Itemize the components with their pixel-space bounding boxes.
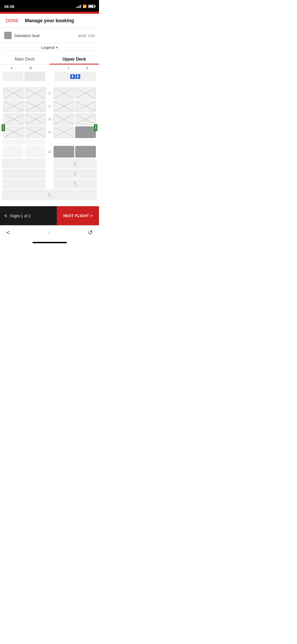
legend-label: Legend <box>41 45 54 50</box>
red-accent-bar <box>0 12 99 14</box>
seat-12A[interactable] <box>3 100 24 112</box>
row-num-11: 11 <box>47 92 53 95</box>
seat-12K[interactable] <box>75 100 96 112</box>
col-header-j: J <box>64 66 72 70</box>
status-time: 08:08 <box>4 4 14 9</box>
browser-refresh-button[interactable]: ↺ <box>88 229 93 236</box>
header: DONE Manage your booking <box>0 14 99 28</box>
flight-info: Flight 1 of 2 <box>10 214 31 218</box>
seat-16K[interactable] <box>75 146 96 158</box>
status-icons: 📶 <box>76 4 95 8</box>
col-header-a: A <box>8 66 16 70</box>
row-num-15: 15 <box>47 131 53 134</box>
signal-icon <box>76 5 81 8</box>
seat-map: A B J K 🚹🚺 EXIT EXIT <box>0 65 99 206</box>
table-row: 11 <box>2 87 97 99</box>
seat-price: $0.00 CAD <box>77 33 95 38</box>
spacer-between-rows <box>2 139 97 145</box>
seat-14K[interactable] <box>75 113 96 125</box>
restroom-icon: 🚹🚺 <box>70 74 81 79</box>
column-headers: A B J K <box>2 65 97 71</box>
seat-15A[interactable] <box>3 126 24 138</box>
seats-right-12 <box>53 100 97 112</box>
chevron-down-icon: ▾ <box>56 46 58 49</box>
facility-top-row: 🚹🚺 <box>2 71 97 82</box>
seat-x-svg <box>25 101 45 112</box>
seat-x-svg <box>54 101 74 112</box>
col-header-b: B <box>27 66 35 70</box>
seat-11A[interactable] <box>3 88 24 99</box>
table-row: 15 <box>2 126 97 138</box>
seats-right-15 <box>53 126 97 138</box>
seat-11B[interactable] <box>25 88 46 99</box>
seat-type-label: Standard Seat <box>14 33 40 38</box>
meal-icon-3: 🍴 <box>73 182 78 187</box>
seat-14B[interactable] <box>25 113 46 125</box>
bottom-spacer <box>2 201 97 206</box>
col-header-k: K <box>83 66 91 70</box>
seat-x-svg <box>54 127 74 138</box>
seat-14J[interactable] <box>54 113 74 125</box>
seats-left-14 <box>2 113 47 125</box>
seat-x-svg <box>76 88 96 99</box>
table-row: 14 <box>2 113 97 125</box>
battery-icon <box>88 5 95 8</box>
seats-right-11 <box>53 88 97 99</box>
seat-15J[interactable] <box>54 126 74 138</box>
galley-row-2: 🍴 <box>2 169 97 178</box>
seats-right-14 <box>53 113 97 125</box>
seat-swatch <box>4 32 12 39</box>
seat-15B[interactable] <box>25 126 46 138</box>
seats-left-12 <box>2 100 47 112</box>
browser-forward-button[interactable]: > <box>47 229 51 236</box>
seat-x-svg <box>76 114 96 125</box>
browser-back-button[interactable]: < <box>6 229 10 236</box>
next-flight-button[interactable]: NEXT FLIGHT > <box>57 206 99 225</box>
deck-tabs: Main Deck Upper Deck <box>0 54 99 65</box>
seats-right-16 <box>53 146 97 158</box>
tab-main-deck[interactable]: Main Deck <box>0 54 50 64</box>
bottom-galley: 🍴 <box>2 190 97 200</box>
meal-icon-2: 🍴 <box>73 171 78 176</box>
spacer-1 <box>2 82 97 86</box>
seats-left-15 <box>2 126 47 138</box>
seat-x-svg <box>4 114 24 125</box>
seat-x-svg <box>25 114 45 125</box>
seats-left-11 <box>2 88 47 99</box>
seat-14A[interactable] <box>3 113 24 125</box>
seat-x-svg <box>4 101 24 112</box>
page-title: Manage your booking <box>4 18 95 24</box>
table-row: 16 <box>2 146 97 158</box>
row-num-12: 12 <box>47 105 53 108</box>
nav-back-arrow[interactable]: < <box>4 213 7 219</box>
galley-row-3: 🍴 <box>2 179 97 189</box>
wifi-icon: 📶 <box>83 4 87 8</box>
browser-nav: < > ↺ <box>0 225 99 240</box>
exit-label-left: EXIT <box>2 124 5 131</box>
tab-upper-deck[interactable]: Upper Deck <box>50 54 99 64</box>
seat-12J[interactable] <box>54 100 74 112</box>
bottom-nav: < Flight 1 of 2 NEXT FLIGHT > <box>0 206 99 225</box>
seat-16J[interactable] <box>54 146 74 158</box>
home-pill <box>32 242 67 243</box>
seat-x-svg <box>25 127 45 138</box>
seat-11K[interactable] <box>75 88 96 99</box>
seat-x-svg <box>4 127 24 138</box>
divider <box>2 51 97 51</box>
seat-x-svg <box>4 88 24 99</box>
seat-x-svg <box>25 88 45 99</box>
legend-toggle[interactable]: Legend ▾ <box>0 43 99 51</box>
seat-12B[interactable] <box>25 100 46 112</box>
meal-icon-1: 🍴 <box>73 161 78 166</box>
rows-container: EXIT EXIT 11 <box>2 87 97 138</box>
seat-x-svg <box>54 114 74 125</box>
restroom-facility: 🚹🚺 <box>55 72 96 81</box>
table-row: 12 <box>2 100 97 112</box>
seat-15K[interactable] <box>75 126 96 138</box>
seat-type-info: Standard Seat <box>4 32 40 39</box>
seat-x-svg <box>76 101 96 112</box>
seats-left-16 <box>2 146 47 158</box>
row-num-14: 14 <box>47 118 53 121</box>
seat-11J[interactable] <box>54 88 74 99</box>
seat-type-row: Standard Seat $0.00 CAD <box>0 28 99 43</box>
